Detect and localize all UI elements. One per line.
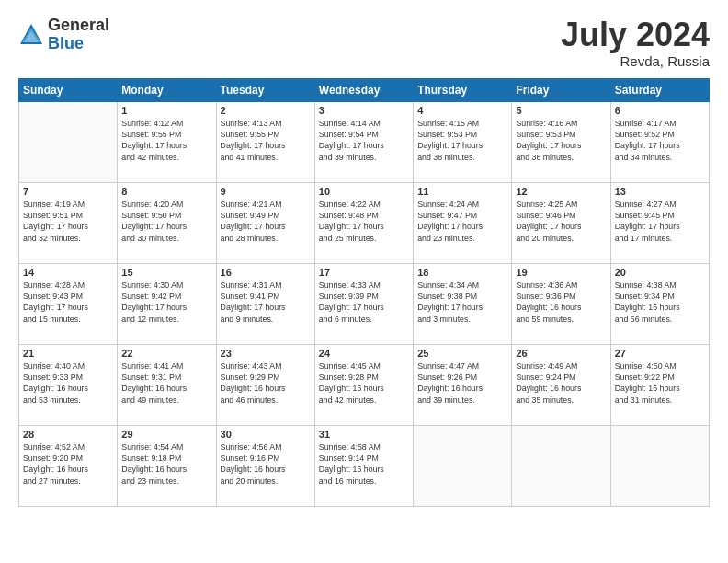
day-info: Sunrise: 4:45 AMSunset: 9:28 PMDaylight:… (319, 361, 409, 406)
calendar-cell: 29Sunrise: 4:54 AMSunset: 9:18 PMDayligh… (118, 425, 216, 506)
col-sunday: Sunday (19, 78, 118, 101)
month-year: July 2024 (561, 17, 710, 53)
col-monday: Monday (118, 78, 216, 101)
calendar-cell: 1Sunrise: 4:12 AMSunset: 9:55 PMDaylight… (118, 101, 216, 182)
location: Revda, Russia (561, 53, 710, 69)
calendar: Sunday Monday Tuesday Wednesday Thursday… (18, 78, 710, 507)
week-row-5: 28Sunrise: 4:52 AMSunset: 9:20 PMDayligh… (19, 425, 710, 506)
day-info: Sunrise: 4:56 AMSunset: 9:16 PMDaylight:… (221, 442, 311, 487)
calendar-cell: 9Sunrise: 4:21 AMSunset: 9:49 PMDaylight… (216, 182, 314, 263)
day-info: Sunrise: 4:54 AMSunset: 9:18 PMDaylight:… (121, 442, 211, 487)
calendar-cell: 7Sunrise: 4:19 AMSunset: 9:51 PMDaylight… (19, 182, 118, 263)
day-number: 13 (615, 186, 705, 197)
page: General Blue July 2024 Revda, Russia Sun… (0, 0, 728, 563)
day-number: 6 (615, 105, 705, 116)
calendar-cell: 13Sunrise: 4:27 AMSunset: 9:45 PMDayligh… (610, 182, 709, 263)
day-number: 25 (417, 348, 507, 359)
day-info: Sunrise: 4:22 AMSunset: 9:48 PMDaylight:… (319, 199, 409, 244)
day-number: 19 (516, 267, 606, 278)
day-number: 7 (23, 186, 113, 197)
calendar-cell (414, 425, 512, 506)
day-info: Sunrise: 4:31 AMSunset: 9:41 PMDaylight:… (221, 280, 311, 325)
calendar-cell: 2Sunrise: 4:13 AMSunset: 9:55 PMDaylight… (216, 101, 314, 182)
header-row: Sunday Monday Tuesday Wednesday Thursday… (19, 78, 710, 101)
logo-general: General (48, 17, 109, 35)
calendar-cell: 6Sunrise: 4:17 AMSunset: 9:52 PMDaylight… (610, 101, 709, 182)
day-number: 8 (121, 186, 211, 197)
day-number: 14 (23, 267, 113, 278)
day-number: 30 (221, 429, 311, 440)
day-number: 3 (319, 105, 409, 116)
calendar-cell (512, 425, 610, 506)
title-block: July 2024 Revda, Russia (561, 17, 710, 69)
calendar-cell: 20Sunrise: 4:38 AMSunset: 9:34 PMDayligh… (610, 263, 709, 344)
day-number: 15 (121, 267, 211, 278)
day-number: 20 (615, 267, 705, 278)
calendar-cell: 10Sunrise: 4:22 AMSunset: 9:48 PMDayligh… (314, 182, 413, 263)
calendar-cell: 19Sunrise: 4:36 AMSunset: 9:36 PMDayligh… (512, 263, 610, 344)
calendar-cell: 18Sunrise: 4:34 AMSunset: 9:38 PMDayligh… (414, 263, 512, 344)
calendar-cell: 31Sunrise: 4:58 AMSunset: 9:14 PMDayligh… (314, 425, 413, 506)
day-number: 10 (319, 186, 409, 197)
calendar-cell: 23Sunrise: 4:43 AMSunset: 9:29 PMDayligh… (216, 344, 314, 425)
day-number: 4 (417, 105, 507, 116)
day-info: Sunrise: 4:49 AMSunset: 9:24 PMDaylight:… (516, 361, 606, 406)
calendar-cell: 22Sunrise: 4:41 AMSunset: 9:31 PMDayligh… (118, 344, 216, 425)
calendar-cell: 4Sunrise: 4:15 AMSunset: 9:53 PMDaylight… (414, 101, 512, 182)
day-number: 5 (516, 105, 606, 116)
calendar-cell: 17Sunrise: 4:33 AMSunset: 9:39 PMDayligh… (314, 263, 413, 344)
week-row-2: 7Sunrise: 4:19 AMSunset: 9:51 PMDaylight… (19, 182, 710, 263)
day-info: Sunrise: 4:24 AMSunset: 9:47 PMDaylight:… (417, 199, 507, 244)
day-number: 18 (417, 267, 507, 278)
header: General Blue July 2024 Revda, Russia (18, 17, 710, 69)
week-row-3: 14Sunrise: 4:28 AMSunset: 9:43 PMDayligh… (19, 263, 710, 344)
day-number: 2 (221, 105, 311, 116)
day-info: Sunrise: 4:40 AMSunset: 9:33 PMDaylight:… (23, 361, 113, 406)
week-row-1: 1Sunrise: 4:12 AMSunset: 9:55 PMDaylight… (19, 101, 710, 182)
col-saturday: Saturday (610, 78, 709, 101)
day-info: Sunrise: 4:36 AMSunset: 9:36 PMDaylight:… (516, 280, 606, 325)
day-info: Sunrise: 4:50 AMSunset: 9:22 PMDaylight:… (615, 361, 705, 406)
day-info: Sunrise: 4:21 AMSunset: 9:49 PMDaylight:… (221, 199, 311, 244)
day-number: 12 (516, 186, 606, 197)
day-number: 24 (319, 348, 409, 359)
calendar-cell: 12Sunrise: 4:25 AMSunset: 9:46 PMDayligh… (512, 182, 610, 263)
day-info: Sunrise: 4:43 AMSunset: 9:29 PMDaylight:… (221, 361, 311, 406)
day-info: Sunrise: 4:12 AMSunset: 9:55 PMDaylight:… (121, 118, 211, 163)
col-tuesday: Tuesday (216, 78, 314, 101)
col-thursday: Thursday (414, 78, 512, 101)
day-info: Sunrise: 4:15 AMSunset: 9:53 PMDaylight:… (417, 118, 507, 163)
day-number: 28 (23, 429, 113, 440)
day-number: 23 (221, 348, 311, 359)
day-number: 29 (121, 429, 211, 440)
day-info: Sunrise: 4:38 AMSunset: 9:34 PMDaylight:… (615, 280, 705, 325)
calendar-cell (610, 425, 709, 506)
calendar-cell: 25Sunrise: 4:47 AMSunset: 9:26 PMDayligh… (414, 344, 512, 425)
day-info: Sunrise: 4:16 AMSunset: 9:53 PMDaylight:… (516, 118, 606, 163)
calendar-header: Sunday Monday Tuesday Wednesday Thursday… (19, 78, 710, 101)
calendar-cell: 24Sunrise: 4:45 AMSunset: 9:28 PMDayligh… (314, 344, 413, 425)
day-number: 22 (121, 348, 211, 359)
col-wednesday: Wednesday (314, 78, 413, 101)
calendar-cell: 16Sunrise: 4:31 AMSunset: 9:41 PMDayligh… (216, 263, 314, 344)
day-info: Sunrise: 4:13 AMSunset: 9:55 PMDaylight:… (221, 118, 311, 163)
calendar-cell: 8Sunrise: 4:20 AMSunset: 9:50 PMDaylight… (118, 182, 216, 263)
day-number: 21 (23, 348, 113, 359)
calendar-cell (19, 101, 118, 182)
day-info: Sunrise: 4:28 AMSunset: 9:43 PMDaylight:… (23, 280, 113, 325)
day-number: 9 (221, 186, 311, 197)
calendar-cell: 21Sunrise: 4:40 AMSunset: 9:33 PMDayligh… (19, 344, 118, 425)
week-row-4: 21Sunrise: 4:40 AMSunset: 9:33 PMDayligh… (19, 344, 710, 425)
calendar-cell: 15Sunrise: 4:30 AMSunset: 9:42 PMDayligh… (118, 263, 216, 344)
day-info: Sunrise: 4:27 AMSunset: 9:45 PMDaylight:… (615, 199, 705, 244)
day-number: 26 (516, 348, 606, 359)
calendar-cell: 30Sunrise: 4:56 AMSunset: 9:16 PMDayligh… (216, 425, 314, 506)
day-info: Sunrise: 4:34 AMSunset: 9:38 PMDaylight:… (417, 280, 507, 325)
day-info: Sunrise: 4:14 AMSunset: 9:54 PMDaylight:… (319, 118, 409, 163)
logo-text: General Blue (48, 17, 109, 53)
day-info: Sunrise: 4:58 AMSunset: 9:14 PMDaylight:… (319, 442, 409, 487)
logo-blue: Blue (48, 35, 109, 53)
day-info: Sunrise: 4:30 AMSunset: 9:42 PMDaylight:… (121, 280, 211, 325)
col-friday: Friday (512, 78, 610, 101)
day-info: Sunrise: 4:52 AMSunset: 9:20 PMDaylight:… (23, 442, 113, 487)
